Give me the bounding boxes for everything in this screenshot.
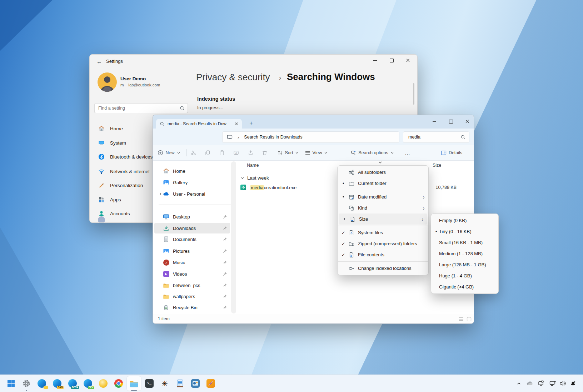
explorer-nav-music[interactable]: ♪Music: [154, 257, 230, 268]
new-button[interactable]: New: [156, 148, 181, 158]
settings-minimize-button[interactable]: [367, 55, 383, 66]
rename-button[interactable]: A: [230, 148, 242, 158]
taskbar-media-app-button[interactable]: [188, 376, 203, 391]
taskbar-edge-dev-button[interactable]: DEV: [81, 376, 95, 391]
settings-search-input[interactable]: [94, 103, 188, 113]
sort-button[interactable]: Sort: [276, 148, 299, 158]
explorer-tab[interactable]: media - Search Results in Dow: [156, 119, 242, 129]
menu-scroll-up-chevron: [378, 160, 383, 165]
explorer-maximize-button[interactable]: [443, 116, 459, 127]
more-options-button[interactable]: …: [402, 148, 414, 158]
explorer-nav-downloads-selected[interactable]: Downloads: [154, 223, 230, 233]
folder-icon: [163, 293, 169, 300]
view-button[interactable]: View: [304, 148, 328, 158]
breadcrumb-separator-icon: ›: [279, 74, 281, 82]
submenu-item-empty[interactable]: Empty (0 KB): [431, 215, 498, 226]
explorer-nav-desktop[interactable]: Desktop: [154, 211, 230, 222]
address-path-text[interactable]: Search Results in Downloads: [244, 135, 302, 140]
search-icon[interactable]: [460, 135, 465, 140]
details-button[interactable]: Details: [434, 148, 469, 158]
taskbar-chrome-button[interactable]: [111, 376, 126, 391]
taskbar-edge-button[interactable]: 🌙: [35, 376, 49, 391]
submenu-item-small[interactable]: Small (16 KB - 1 MB): [431, 237, 498, 248]
cut-button[interactable]: [188, 148, 199, 158]
file-row-mediacreationtool[interactable]: mediacreationtool.exe: [240, 182, 297, 193]
taskbar-chrome-canary-button[interactable]: [96, 376, 110, 391]
pc-lock-icon[interactable]: [536, 378, 546, 388]
onedrive-icon[interactable]: [525, 378, 535, 388]
explorer-nav-documents[interactable]: Documents: [154, 234, 230, 245]
taskbar-edge-canary-button[interactable]: CAN: [50, 376, 64, 391]
submenu-item-tiny[interactable]: •Tiny (0 - 16 KB): [431, 226, 498, 237]
explorer-search-box[interactable]: [403, 131, 469, 143]
taskbar-edge-beta-button[interactable]: BETA: [65, 376, 80, 391]
thumbnail-view-toggle-icon[interactable]: [467, 317, 472, 322]
paste-button[interactable]: [216, 148, 228, 158]
settings-scrollbar[interactable]: [413, 83, 414, 105]
taskbar-file-explorer-button[interactable]: [127, 376, 141, 391]
display-connect-icon[interactable]: [548, 378, 558, 388]
notification-bell-icon[interactable]: [568, 378, 578, 388]
system-file-icon: [348, 230, 354, 236]
explorer-nav-pictures[interactable]: Pictures: [154, 246, 230, 256]
taskbar-notepad-button[interactable]: [173, 376, 187, 391]
explorer-search-input[interactable]: [408, 134, 455, 140]
menu-item-system-files[interactable]: ✓ System files: [338, 227, 428, 238]
explorer-nav-wallpapers[interactable]: wallpapers: [154, 291, 230, 302]
submenu-item-gigantic[interactable]: Gigantic (>4 GB): [431, 281, 498, 292]
chrome-icon: [114, 379, 123, 388]
menu-item-size[interactable]: • Size ›: [339, 213, 427, 225]
nav-scrollbar[interactable]: [231, 161, 236, 313]
column-header-size[interactable]: Size: [433, 163, 441, 168]
volume-icon[interactable]: [558, 378, 568, 388]
search-options-button[interactable]: Search options: [349, 148, 396, 158]
column-header-name[interactable]: Name: [247, 163, 259, 168]
taskbar-terminal-button[interactable]: >_: [142, 376, 156, 391]
menu-item-current-folder[interactable]: • Current folder: [338, 178, 428, 189]
expand-chevron-icon[interactable]: [159, 192, 162, 196]
pin-icon: [223, 260, 227, 265]
submenu-item-large[interactable]: Large (128 MB - 1 GB): [431, 259, 498, 270]
address-bar[interactable]: › Search Results in Downloads: [222, 131, 399, 143]
start-button[interactable]: [4, 376, 18, 391]
active-indicator: [131, 390, 137, 391]
tab-close-icon[interactable]: [234, 121, 239, 126]
explorer-nav-between-pcs[interactable]: between_pcs: [154, 280, 230, 291]
explorer-nav-home[interactable]: Home: [154, 166, 230, 176]
back-arrow-button[interactable]: ←: [94, 57, 105, 67]
breadcrumb-parent[interactable]: Privacy & security: [196, 72, 270, 83]
menu-item-date-modified[interactable]: • Date modified ›: [338, 191, 428, 202]
submenu-item-medium[interactable]: Medium (1 - 128 MB): [431, 248, 498, 259]
explorer-close-button[interactable]: [459, 116, 474, 127]
collapse-chevron-icon[interactable]: [240, 176, 244, 180]
menu-item-file-contents[interactable]: ✓ File contents: [338, 249, 428, 260]
explorer-nav-recycle-bin[interactable]: Recycle Bin: [154, 302, 230, 313]
menu-item-zipped-folders[interactable]: ✓ Zipped (compressed) folders: [338, 238, 428, 249]
menu-item-kind[interactable]: Kind ›: [338, 202, 428, 213]
nav-icon-partial: [98, 216, 105, 223]
submenu-item-huge[interactable]: Huge (1 - 4 GB): [431, 270, 498, 281]
delete-button[interactable]: [259, 148, 270, 158]
taskbar-settings-button[interactable]: [19, 376, 34, 391]
menu-item-all-subfolders[interactable]: All subfolders: [338, 167, 428, 178]
details-view-toggle-icon[interactable]: [459, 317, 464, 322]
explorer-titlebar[interactable]: media - Search Results in Dow +: [153, 115, 474, 129]
exe-file-icon: [240, 185, 246, 190]
share-button[interactable]: [245, 148, 256, 158]
group-header-last-week[interactable]: Last week: [240, 172, 269, 183]
explorer-nav-onedrive[interactable]: User - Personal: [154, 189, 230, 199]
accounts-icon: [98, 210, 105, 217]
settings-maximize-button[interactable]: [383, 55, 400, 66]
explorer-nav-videos[interactable]: ▶Videos: [154, 268, 230, 279]
avatar[interactable]: [98, 72, 117, 92]
gear-icon: [22, 379, 31, 388]
copy-button[interactable]: [202, 148, 213, 158]
explorer-minimize-button[interactable]: [426, 116, 443, 127]
explorer-nav-gallery[interactable]: Gallery: [154, 177, 230, 188]
taskbar-feather-app-button[interactable]: [204, 376, 218, 391]
tray-expand-chevron[interactable]: [514, 378, 524, 388]
new-tab-button[interactable]: +: [246, 119, 256, 128]
taskbar-chatgpt-button[interactable]: ✳: [158, 376, 172, 391]
menu-item-change-indexed-locations[interactable]: Change indexed locations: [338, 263, 428, 274]
settings-close-button[interactable]: [400, 55, 416, 66]
